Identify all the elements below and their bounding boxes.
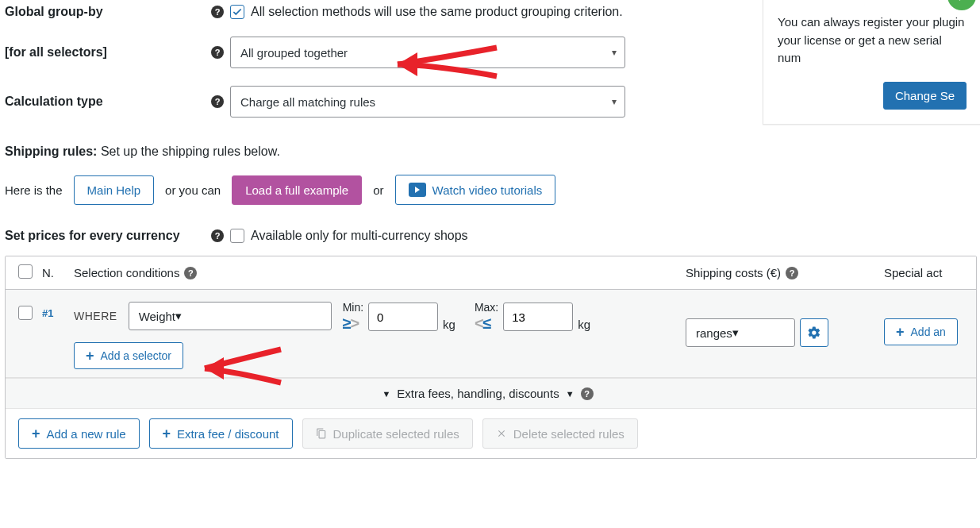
cost-mode-select[interactable]: ranges ▾	[686, 318, 795, 347]
duplicate-rules-button[interactable]: Duplicate selected rules	[302, 418, 473, 449]
selector-type-value: Weight	[139, 310, 175, 323]
or-text: or	[373, 183, 383, 197]
copy-icon	[316, 428, 327, 439]
min-input[interactable]	[368, 303, 438, 331]
selector-type-select[interactable]: Weight ▾	[129, 302, 332, 330]
row-number[interactable]: #1	[42, 301, 74, 319]
groupby-select-value: All grouped together	[240, 46, 348, 60]
extras-label: Extra fees, handling, discounts	[397, 387, 559, 400]
groupby-check-text: All selection methods will use the same …	[251, 5, 623, 19]
shipping-rules-subtitle: Set up the shipping rules below.	[101, 145, 280, 158]
max-unit: kg	[578, 318, 590, 331]
check-badge-icon	[947, 0, 976, 10]
groupby-select[interactable]: All grouped together ▾	[230, 37, 625, 68]
plus-icon: +	[896, 325, 905, 339]
help-icon[interactable]: ?	[211, 229, 224, 242]
chevron-down-icon: ▾	[612, 47, 617, 58]
table-row: #1 WHERE Weight ▾ Min: ≥> kg	[6, 290, 976, 378]
groupby-label-line2: [for all selectors]	[5, 45, 107, 59]
where-label: WHERE	[74, 310, 117, 322]
rules-table: N. Selection conditions ? Shipping costs…	[5, 256, 977, 459]
calctype-label: Calculation type	[5, 94, 103, 108]
help-icon[interactable]: ?	[211, 95, 224, 108]
license-panel: You can always register your plugin your…	[763, 0, 980, 125]
gear-icon	[807, 326, 821, 340]
play-icon	[409, 183, 426, 197]
main-help-button[interactable]: Main Help	[74, 175, 155, 205]
multicurrency-check-text: Available only for multi-currency shops	[251, 229, 468, 243]
add-rule-label: Add a new rule	[47, 427, 126, 441]
duplicate-label: Duplicate selected rules	[333, 427, 459, 441]
help-icon[interactable]: ?	[211, 46, 224, 59]
th-number: N.	[42, 266, 74, 279]
max-label: Max:	[475, 301, 498, 314]
plus-icon: +	[32, 426, 40, 441]
or-you-can-text: or you can	[165, 183, 221, 197]
add-action-button[interactable]: + Add an	[884, 318, 958, 345]
add-selector-button[interactable]: + Add a selector	[74, 342, 183, 369]
help-icon[interactable]: ?	[184, 267, 197, 279]
watch-video-button[interactable]: Watch video tutorials	[395, 175, 556, 205]
shipping-rules-heading: Shipping rules: Set up the shipping rule…	[5, 145, 980, 159]
chevron-down-icon: ▾	[732, 326, 739, 340]
triangle-down-icon: ▼	[566, 389, 575, 399]
extra-fee-button[interactable]: + Extra fee / discount	[149, 418, 293, 449]
select-all-checkbox[interactable]	[18, 264, 33, 279]
multicurrency-label: Set prices for every currency	[5, 229, 180, 242]
row-checkbox[interactable]	[18, 306, 33, 320]
calctype-select-value: Charge all matching rules	[240, 95, 375, 109]
delete-label: Delete selected rules	[513, 427, 625, 441]
min-label: Min:	[343, 301, 363, 314]
plus-icon: +	[163, 426, 171, 441]
close-icon	[496, 428, 507, 439]
th-selection: Selection conditions	[74, 266, 179, 279]
groupby-label-line1: Global group-by	[5, 5, 103, 18]
chevron-down-icon: ▾	[612, 96, 617, 107]
help-icon[interactable]: ?	[786, 267, 798, 279]
lt-op-icon[interactable]: <	[475, 314, 483, 332]
groupby-checkbox[interactable]	[230, 5, 244, 19]
gt-op-icon[interactable]: >	[351, 314, 359, 332]
extras-toggle[interactable]: ▼ Extra fees, handling, discounts ▼ ?	[6, 378, 976, 409]
add-action-label: Add an	[911, 326, 946, 338]
delete-rules-button[interactable]: Delete selected rules	[482, 418, 638, 449]
plus-icon: +	[86, 349, 94, 363]
change-serial-button[interactable]: Change Se	[883, 82, 967, 110]
lte-op-icon[interactable]: ≤	[483, 314, 491, 332]
triangle-down-icon: ▼	[382, 389, 390, 399]
chevron-down-icon: ▾	[175, 309, 182, 323]
add-rule-button[interactable]: + Add a new rule	[18, 418, 140, 449]
license-text: You can always register your plugin your…	[778, 13, 967, 67]
add-selector-label: Add a selector	[101, 349, 172, 362]
cost-settings-button[interactable]	[800, 318, 828, 347]
help-icon[interactable]: ?	[211, 6, 224, 18]
multicurrency-checkbox[interactable]	[230, 229, 244, 243]
help-icon[interactable]: ?	[581, 387, 594, 400]
min-unit: kg	[443, 318, 455, 331]
gte-op-icon[interactable]: ≥	[343, 314, 351, 332]
cost-mode-value: ranges	[696, 326, 732, 340]
shipping-rules-title: Shipping rules:	[5, 145, 97, 158]
watch-video-label: Watch video tutorials	[432, 183, 543, 197]
table-header: N. Selection conditions ? Shipping costs…	[6, 256, 976, 290]
max-input[interactable]	[503, 303, 573, 331]
extra-fee-label: Extra fee / discount	[177, 427, 279, 441]
table-footer: + Add a new rule + Extra fee / discount …	[6, 409, 976, 458]
load-example-button[interactable]: Load a full example	[232, 175, 362, 205]
here-is-text: Here is the	[5, 183, 63, 197]
th-cost: Shipping costs (€)	[686, 266, 781, 279]
th-special: Special act	[884, 266, 963, 279]
calctype-select[interactable]: Charge all matching rules ▾	[230, 86, 625, 118]
